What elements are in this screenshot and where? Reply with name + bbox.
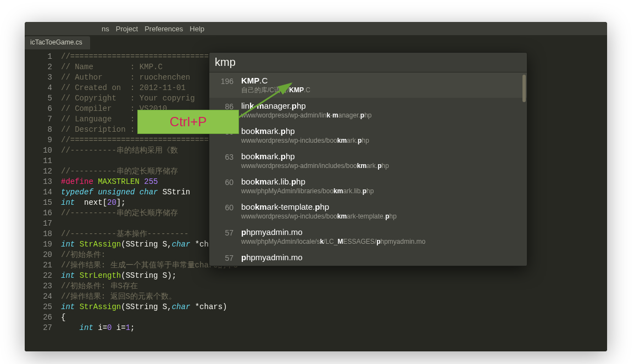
palette-item-title: bookmark.php: [241, 152, 519, 161]
palette-result-item[interactable]: 86link-manager.phpwww/wordpress/wp-admin…: [209, 98, 527, 123]
palette-item-title: bookmark.lib.php: [241, 177, 519, 187]
palette-item-title: bookmark.php: [241, 126, 519, 136]
palette-result-item[interactable]: 60bookmark.lib.phpwww/phpMyAdmin/librari…: [209, 173, 527, 199]
palette-scrollbar[interactable]: [522, 75, 526, 102]
palette-item-path: 自己的库/C语言/KMP.C: [241, 86, 519, 94]
palette-result-item[interactable]: 63bookmark.phpwww/wordpress/wp-admin/inc…: [209, 148, 527, 173]
palette-result-item[interactable]: 86bookmark.phpwww/wordpress/wp-includes/…: [209, 123, 527, 148]
palette-item-path: www/phpMyAdmin/locale/sk/LC_MESSAGES/php…: [241, 238, 519, 246]
palette-result-item[interactable]: 57phpmyadmin.mo: [209, 249, 527, 266]
palette-item-title: bookmark-template.php: [241, 202, 519, 212]
menubar: ns Project Preferences Help: [25, 22, 607, 35]
palette-item-score: 60: [215, 177, 233, 187]
menu-item[interactable]: Help: [190, 25, 204, 33]
palette-item-path: www/wordpress/wp-includes/bookmark-templ…: [241, 212, 519, 221]
palette-item-path: www/wordpress/wp-includes/bookmark.php: [241, 137, 519, 145]
palette-result-list[interactable]: 196KMP.C自己的库/C语言/KMP.C86link-manager.php…: [209, 72, 527, 266]
palette-input-wrap: [209, 53, 527, 72]
palette-result-item[interactable]: 196KMP.C自己的库/C语言/KMP.C: [209, 72, 527, 98]
palette-item-title: phpmyadmin.mo: [241, 253, 519, 262]
palette-item-path: www/phpMyAdmin/libraries/bookmark.lib.ph…: [241, 187, 519, 195]
shortcut-callout: Ctrl+P: [137, 110, 239, 134]
menu-item[interactable]: Project: [116, 25, 138, 33]
palette-item-score: 196: [215, 76, 233, 86]
palette-item-title: KMP.C: [241, 76, 519, 86]
palette-item-path: www/wordpress/wp-admin/link-manager.php: [241, 111, 519, 120]
palette-result-item[interactable]: 60bookmark-template.phpwww/wordpress/wp-…: [209, 199, 527, 224]
palette-item-score: 57: [215, 253, 233, 262]
line-number-gutter: 1234567891011121314151617181920212223242…: [25, 49, 58, 351]
menu-item[interactable]: ns: [102, 25, 109, 33]
menu-item[interactable]: Preferences: [144, 25, 183, 33]
palette-search-input[interactable]: [215, 55, 521, 70]
goto-anything-palette[interactable]: 196KMP.C自己的库/C语言/KMP.C86link-manager.php…: [209, 52, 527, 266]
palette-item-score: 57: [215, 227, 233, 237]
shortcut-label: Ctrl+P: [170, 114, 207, 130]
palette-item-score: 60: [215, 202, 233, 212]
file-tab[interactable]: icTacToeGame.cs: [25, 36, 90, 49]
palette-item-title: link-manager.php: [241, 101, 519, 111]
palette-result-item[interactable]: 57phpmyadmin.mowww/phpMyAdmin/locale/sk/…: [209, 224, 527, 249]
palette-item-score: 63: [215, 152, 233, 161]
palette-item-path: www/wordpress/wp-admin/includes/bookmark…: [241, 162, 519, 170]
tabbar: icTacToeGame.cs: [25, 35, 607, 49]
palette-item-title: phpmyadmin.mo: [241, 227, 519, 237]
